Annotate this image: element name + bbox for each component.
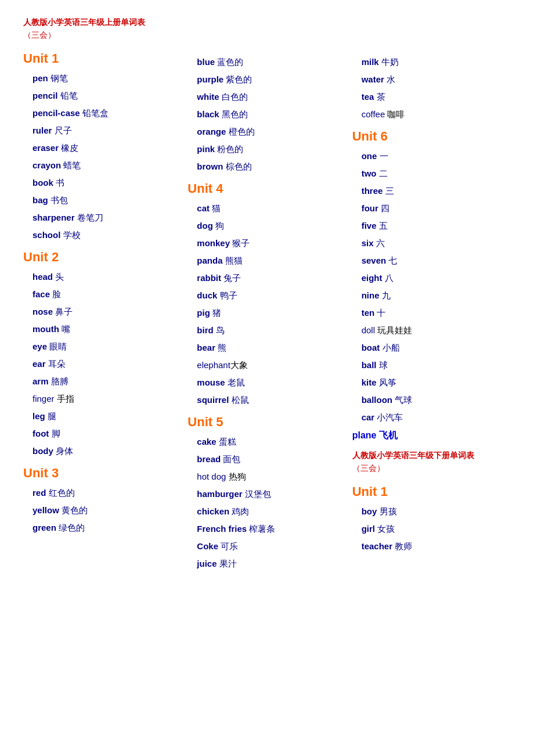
unit1-header: Unit 1: [23, 51, 182, 66]
list-item: pencil-case 铅笔盒: [33, 106, 182, 120]
list-item: finger 手指: [33, 392, 182, 406]
list-item: book 书: [33, 176, 182, 190]
list-item: orange 橙色的: [197, 125, 346, 139]
unit6-header: Unit 6: [352, 129, 511, 144]
list-item: head 头: [33, 270, 182, 284]
list-item: blue 蓝色的: [197, 55, 346, 69]
list-item: red 红色的: [33, 486, 182, 500]
list-item: panda 熊猫: [197, 254, 346, 268]
list-item: face 脸: [33, 287, 182, 301]
main-layout: 人教版小学英语三年级上册单词表 （三会） Unit 1 pen 钢笔 penci…: [23, 17, 511, 573]
list-item: rabbit 兔子: [197, 271, 346, 285]
list-item: mouse 老鼠: [197, 376, 346, 390]
list-item: duck 鸭子: [197, 289, 346, 303]
list-item: water 水: [362, 73, 511, 87]
unit1b-header: Unit 1: [352, 484, 511, 499]
title-lower: 人教版小学英语三年级下册单词表: [352, 451, 511, 461]
list-item: eight 八: [362, 271, 511, 285]
list-item: nose 鼻子: [33, 305, 182, 319]
list-item: body 身体: [33, 444, 182, 458]
list-item: kite 风筝: [362, 376, 511, 390]
list-item: school 学校: [33, 228, 182, 242]
unit3-header: Unit 3: [23, 466, 182, 481]
list-item: elephant大象: [197, 358, 346, 372]
list-item: yellow 黄色的: [33, 503, 182, 517]
list-item: five 五: [362, 219, 511, 233]
list-item: eye 眼睛: [33, 340, 182, 354]
list-item: two 二: [362, 167, 511, 181]
list-item: ear 耳朵: [33, 357, 182, 371]
list-item: brown 棕色的: [197, 160, 346, 174]
list-item: hamburger 汉堡包: [197, 487, 346, 501]
list-item: doll 玩具娃娃: [362, 323, 511, 337]
list-item: foot 脚: [33, 427, 182, 441]
list-item: cat 猫: [197, 201, 346, 215]
list-item: bird 鸟: [197, 323, 346, 337]
list-item: ten 十: [362, 306, 511, 320]
subtitle-upper: （三会）: [23, 30, 182, 41]
list-item: monkey 猴子: [197, 236, 346, 250]
list-item: bag 书包: [33, 193, 182, 207]
list-item: ball 球: [362, 358, 511, 372]
list-item: purple 紫色的: [197, 73, 346, 87]
column-3: milk 牛奶 water 水 tea 茶 coffee 咖啡 Unit 6 o…: [352, 17, 511, 555]
list-item: arm 胳膊: [33, 375, 182, 388]
unit4-header: Unit 4: [187, 181, 346, 196]
list-item: chicken 鸡肉: [197, 505, 346, 519]
column-1: 人教版小学英语三年级上册单词表 （三会） Unit 1 pen 钢笔 penci…: [23, 17, 182, 537]
list-item-four: four 四: [362, 201, 511, 215]
column-2: blue 蓝色的 purple 紫色的 white 白色的 black 黑色的 …: [187, 17, 346, 573]
list-item: three 三: [362, 184, 511, 198]
list-item: juice 果汁: [197, 557, 346, 571]
list-item-cake: cake 蛋糕: [197, 435, 346, 449]
subtitle-lower: （三会）: [352, 463, 511, 474]
list-item: squirrel 松鼠: [197, 393, 346, 407]
list-item: girl 女孩: [362, 522, 511, 536]
list-item: one 一: [362, 149, 511, 163]
list-item: sharpener 卷笔刀: [33, 211, 182, 225]
list-item: pencil 铅笔: [33, 89, 182, 103]
list-item: crayon 蜡笔: [33, 159, 182, 172]
list-item: white 白色的: [197, 90, 346, 104]
list-item: nine 九: [362, 289, 511, 303]
list-item: leg 腿: [33, 409, 182, 423]
list-item: pen 钢笔: [33, 71, 182, 85]
list-item: boat 小船: [362, 341, 511, 355]
list-item: pig 猪: [197, 306, 346, 320]
list-item: Coke 可乐: [197, 539, 346, 553]
list-item: ruler 尺子: [33, 124, 182, 138]
list-item: green 绿色的: [33, 521, 182, 535]
list-item: bear 熊: [197, 341, 346, 355]
list-item: French fries 榨薯条: [197, 522, 346, 536]
unit5-header: Unit 5: [187, 415, 346, 430]
list-item: eraser 橡皮: [33, 141, 182, 155]
list-item-plane: plane 飞机: [352, 428, 511, 443]
list-item: bread 面包: [197, 452, 346, 466]
list-item: car 小汽车: [362, 411, 511, 424]
list-item-mouth: mouth 嘴: [33, 322, 182, 336]
list-item: balloon 气球: [362, 393, 511, 407]
list-item: boy 男孩: [362, 505, 511, 519]
list-item: seven 七: [362, 254, 511, 268]
list-item: six 六: [362, 236, 511, 250]
title-upper: 人教版小学英语三年级上册单词表: [23, 17, 182, 28]
unit2-header: Unit 2: [23, 250, 182, 265]
list-item: black 黑色的: [197, 107, 346, 121]
list-item: tea 茶: [362, 90, 511, 104]
list-item: hot dog 热狗: [197, 470, 346, 484]
list-item-teacher: teacher 教师: [362, 539, 511, 553]
list-item: milk 牛奶: [362, 55, 511, 69]
list-item: dog 狗: [197, 219, 346, 233]
list-item: coffee 咖啡: [362, 107, 511, 121]
list-item: pink 粉色的: [197, 142, 346, 156]
